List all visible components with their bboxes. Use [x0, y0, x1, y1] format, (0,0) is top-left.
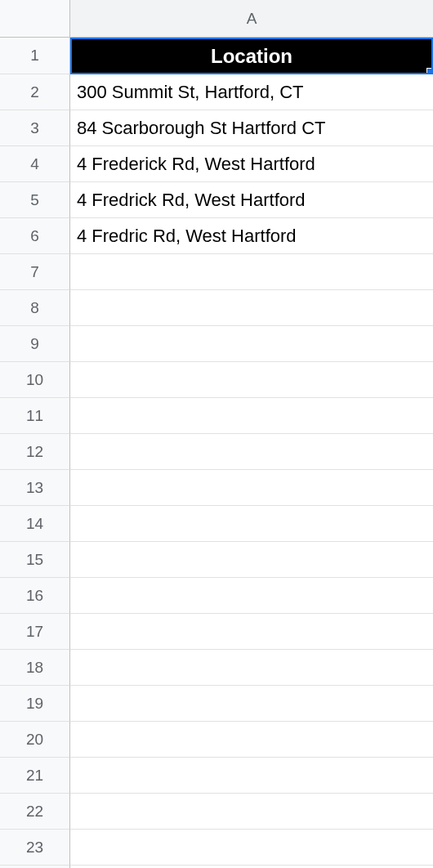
- data-cell[interactable]: [70, 362, 433, 398]
- spreadsheet-grid[interactable]: A 1Location2300 Summit St, Hartford, CT3…: [0, 0, 433, 868]
- data-cell[interactable]: [70, 686, 433, 722]
- row-header[interactable]: 15: [0, 542, 70, 578]
- row-header[interactable]: 13: [0, 470, 70, 506]
- data-cell[interactable]: [70, 578, 433, 614]
- data-cell[interactable]: 4 Fredrick Rd, West Hartford: [70, 182, 433, 218]
- data-cell[interactable]: [70, 722, 433, 758]
- row-header[interactable]: 20: [0, 722, 70, 758]
- header-cell[interactable]: Location: [70, 38, 433, 74]
- row-header[interactable]: 3: [0, 110, 70, 146]
- data-cell[interactable]: [70, 542, 433, 578]
- select-all-corner[interactable]: [0, 0, 70, 38]
- data-cell[interactable]: [70, 506, 433, 542]
- row-header[interactable]: 16: [0, 578, 70, 614]
- row-header[interactable]: 17: [0, 614, 70, 650]
- data-cell[interactable]: [70, 470, 433, 506]
- data-cell[interactable]: [70, 614, 433, 650]
- row-header[interactable]: 14: [0, 506, 70, 542]
- data-cell[interactable]: 84 Scarborough St Hartford CT: [70, 110, 433, 146]
- row-header[interactable]: 6: [0, 218, 70, 254]
- row-header[interactable]: 9: [0, 326, 70, 362]
- row-header[interactable]: 18: [0, 650, 70, 686]
- data-cell[interactable]: 4 Frederick Rd, West Hartford: [70, 146, 433, 182]
- column-header-a[interactable]: A: [70, 0, 433, 38]
- row-header[interactable]: 23: [0, 830, 70, 866]
- row-header[interactable]: 7: [0, 254, 70, 290]
- data-cell[interactable]: [70, 794, 433, 830]
- data-cell[interactable]: [70, 434, 433, 470]
- row-header[interactable]: 8: [0, 290, 70, 326]
- row-header[interactable]: 22: [0, 794, 70, 830]
- row-header[interactable]: 5: [0, 182, 70, 218]
- row-header[interactable]: 1: [0, 38, 70, 74]
- data-cell[interactable]: 4 Fredric Rd, West Hartford: [70, 218, 433, 254]
- data-cell[interactable]: [70, 398, 433, 434]
- data-cell[interactable]: [70, 830, 433, 866]
- data-cell[interactable]: [70, 650, 433, 686]
- data-cell[interactable]: [70, 290, 433, 326]
- data-cell[interactable]: [70, 254, 433, 290]
- data-cell[interactable]: 300 Summit St, Hartford, CT: [70, 74, 433, 110]
- data-cell[interactable]: [70, 758, 433, 794]
- row-header[interactable]: 12: [0, 434, 70, 470]
- row-header[interactable]: 4: [0, 146, 70, 182]
- row-header[interactable]: 2: [0, 74, 70, 110]
- row-header[interactable]: 21: [0, 758, 70, 794]
- row-header[interactable]: 19: [0, 686, 70, 722]
- row-header[interactable]: 11: [0, 398, 70, 434]
- data-cell[interactable]: [70, 326, 433, 362]
- row-header[interactable]: 10: [0, 362, 70, 398]
